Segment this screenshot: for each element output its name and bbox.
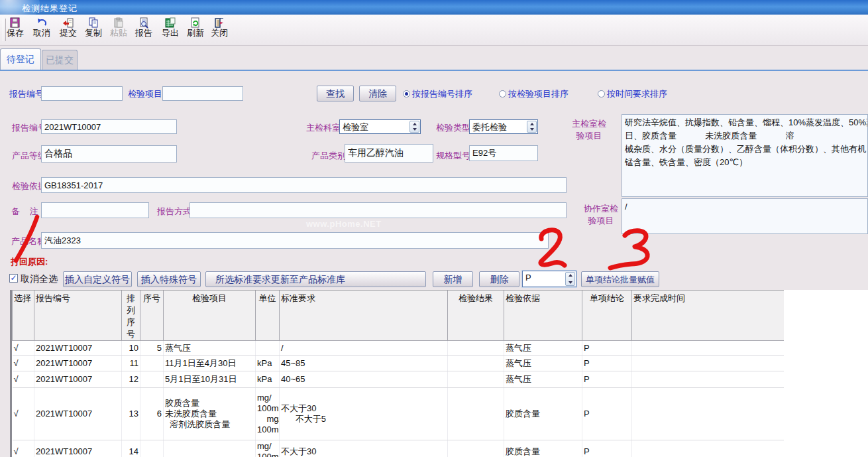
search-item-input[interactable] xyxy=(162,86,243,101)
copy-label: 复制 xyxy=(81,29,106,38)
product-grade-input[interactable] xyxy=(41,145,177,163)
spec-model-input[interactable] xyxy=(469,145,538,161)
handwritten-digit-3 xyxy=(610,231,647,268)
col-conclusion[interactable]: 单项结论 xyxy=(582,291,632,341)
col-std-req[interactable]: 标准要求 xyxy=(280,291,448,341)
save-icon xyxy=(9,17,21,29)
insert-special-symbol-button[interactable]: 插入特殊符号 xyxy=(137,271,201,287)
cell-conclusion: P xyxy=(582,371,632,388)
copy-button[interactable]: 复制 xyxy=(81,16,106,44)
refresh-button[interactable]: 刷新 xyxy=(183,16,208,44)
cell-unit: kPa xyxy=(256,356,280,371)
report-icon xyxy=(138,17,150,29)
app-window: 检测结果登记 保存 取消 提交 复制 xyxy=(0,0,868,457)
submit-button[interactable]: 提交 xyxy=(56,16,81,44)
refresh-label: 刷新 xyxy=(183,29,208,38)
save-button[interactable]: 保存 xyxy=(3,16,28,44)
cell-std-req: / xyxy=(280,341,448,356)
spec-model-label: 规格型号 xyxy=(436,150,470,162)
coop-items-textarea[interactable]: / xyxy=(622,198,868,234)
table-row: √ 2021WT10007 12 5月1日至10月31日 kPa 40~65 蒸… xyxy=(13,371,785,388)
grid-header-row: 选择 报告编号 排列序号 序号 检验项目 单位 标准要求 检验结果 检验依据 单… xyxy=(13,291,785,341)
uncheck-all-checkbox[interactable]: ✓ xyxy=(9,274,18,283)
close-button[interactable]: 关闭 xyxy=(207,16,232,44)
cell-conclusion: P xyxy=(582,341,632,356)
cell-basis: 蒸气压 xyxy=(504,356,582,371)
main-items-textarea[interactable]: 研究法辛烷值、抗爆指数、铅含量、馏程、10%蒸发温度、50%蒸 日、胶质含量 未… xyxy=(622,114,868,197)
cell-due-time xyxy=(632,356,785,371)
col-report-no[interactable]: 报告编号 xyxy=(34,291,122,341)
tab-submitted[interactable]: 已提交 xyxy=(42,50,78,70)
cancel-button[interactable]: 取消 xyxy=(29,16,54,44)
insert-custom-symbol-button[interactable]: 插入自定义符号 xyxy=(63,271,132,287)
cell-seq-no xyxy=(140,371,164,388)
tab-underline xyxy=(0,70,868,71)
col-item[interactable]: 检验项目 xyxy=(164,291,256,341)
product-name-input[interactable] xyxy=(41,232,549,249)
cell-report-no: 2021WT10007 xyxy=(34,341,122,356)
sort-by-item-radio[interactable] xyxy=(499,90,506,98)
row-check[interactable]: √ xyxy=(13,388,34,440)
report-button[interactable]: 报告 xyxy=(131,16,156,44)
close-label: 关闭 xyxy=(207,29,232,38)
cell-std-req: 不大于30 不大于5 xyxy=(280,388,448,440)
row-check[interactable]: √ xyxy=(13,356,34,371)
test-type-value: 委托检验 xyxy=(472,122,507,132)
col-basis[interactable]: 检验依据 xyxy=(504,291,582,341)
cell-report-no: 2021WT10007 xyxy=(34,440,122,457)
cell-std-req: 45~85 xyxy=(280,356,448,371)
window-title: 检测结果登记 xyxy=(22,3,78,15)
tab-pending[interactable]: 待登记 xyxy=(0,48,41,70)
search-report-no-input[interactable] xyxy=(41,86,123,101)
add-button[interactable]: 新增 xyxy=(433,271,473,287)
sort-by-report-no-radio[interactable] xyxy=(403,90,410,98)
report-no-input[interactable] xyxy=(41,119,177,134)
clear-button[interactable]: 清除 xyxy=(359,86,396,101)
main-items-label: 主检室检验项目 xyxy=(571,118,607,142)
test-type-dropdown[interactable]: 委托检验 xyxy=(469,119,538,134)
conclusion-dropdown[interactable]: P xyxy=(522,271,576,287)
cell-unit: kPa xyxy=(256,371,280,388)
col-sort-no[interactable]: 排列序号 xyxy=(122,291,140,341)
spinner-icon[interactable] xyxy=(409,121,419,133)
sort-by-time-radio[interactable] xyxy=(598,90,605,98)
product-category-input[interactable] xyxy=(345,144,433,163)
col-result[interactable]: 检验结果 xyxy=(448,291,504,341)
return-reason-label: 打回原因: xyxy=(11,256,48,268)
copy-icon xyxy=(87,17,99,29)
search-report-no-label: 报告编号 xyxy=(9,88,44,100)
col-select[interactable]: 选择 xyxy=(13,291,34,341)
row-check[interactable]: √ xyxy=(13,341,34,356)
export-icon xyxy=(164,17,176,29)
delete-button[interactable]: 删除 xyxy=(479,271,519,287)
col-unit[interactable]: 单位 xyxy=(256,291,280,341)
update-standards-button[interactable]: 所选标准要求更新至产品标准库 xyxy=(205,271,426,287)
export-label: 导出 xyxy=(158,29,183,38)
cell-std-req: 不大于30 xyxy=(280,440,448,457)
remark-label: 备 注 xyxy=(11,206,38,218)
cell-result xyxy=(448,356,504,371)
title-bar: 检测结果登记 xyxy=(0,0,868,15)
export-button[interactable]: 导出 xyxy=(158,16,183,44)
cell-sort-no: 14 xyxy=(122,440,140,457)
report-method-input[interactable] xyxy=(190,202,567,218)
col-seq-no[interactable]: 序号 xyxy=(140,291,164,341)
col-due-time[interactable]: 要求完成时间 xyxy=(632,291,785,341)
find-button[interactable]: 查找 xyxy=(317,86,354,101)
cell-result xyxy=(448,341,504,356)
cell-due-time xyxy=(632,341,785,356)
spinner-icon[interactable] xyxy=(565,272,575,286)
close-icon xyxy=(213,17,225,29)
row-check[interactable]: √ xyxy=(13,440,34,457)
cell-sort-no: 13 xyxy=(122,388,140,440)
remark-input[interactable] xyxy=(41,202,149,218)
test-basis-input[interactable] xyxy=(41,177,567,193)
paste-icon xyxy=(113,17,125,29)
cell-item xyxy=(164,440,256,457)
main-dept-dropdown[interactable]: 检验室 xyxy=(339,119,421,134)
table-row: √ 2021WT10007 11 11月1日至4月30日 kPa 45~85 蒸… xyxy=(13,356,785,371)
cell-item: 11月1日至4月30日 xyxy=(164,356,256,371)
batch-assign-button[interactable]: 单项结论批量赋值 xyxy=(581,271,659,287)
row-check[interactable]: √ xyxy=(13,371,34,388)
spinner-icon[interactable] xyxy=(527,121,537,133)
